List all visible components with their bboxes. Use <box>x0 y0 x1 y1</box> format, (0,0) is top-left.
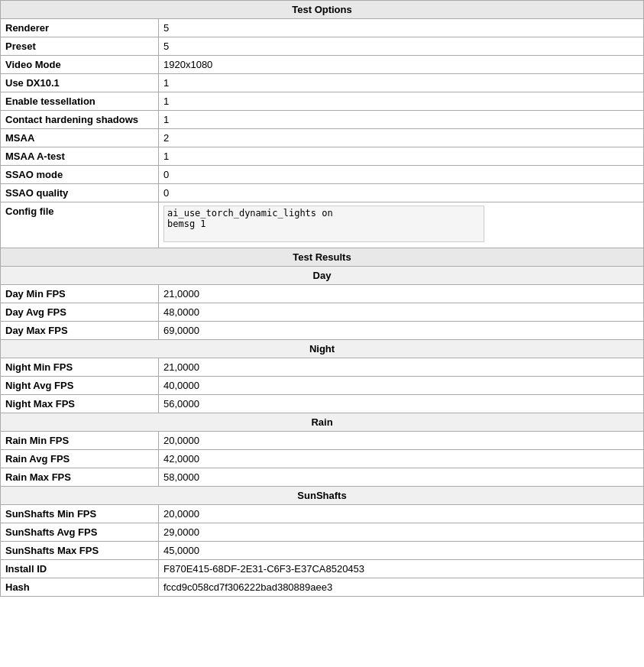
table-row: Use DX10.1 1 <box>1 74 644 92</box>
night-avg-label: Night Avg FPS <box>1 377 159 395</box>
test-options-header: Test Options <box>1 1 644 19</box>
table-row: Renderer 5 <box>1 19 644 37</box>
rain-avg-label: Rain Avg FPS <box>1 450 159 468</box>
hash-label: Hash <box>1 578 159 597</box>
table-row: Preset 5 <box>1 37 644 56</box>
day-min-value: 21,0000 <box>159 285 644 303</box>
table-row: Night Max FPS 56,0000 <box>1 395 644 413</box>
contact-shadows-value: 1 <box>159 111 644 129</box>
table-row: Enable tessellation 1 <box>1 92 644 111</box>
test-results-header: Test Results <box>1 248 644 267</box>
sunshafts-avg-value: 29,0000 <box>159 523 644 542</box>
sunshafts-header: SunShafts <box>1 487 644 505</box>
table-row: Day Min FPS 21,0000 <box>1 285 644 303</box>
table-row: SunShafts Avg FPS 29,0000 <box>1 523 644 542</box>
table-row: Rain Max FPS 58,0000 <box>1 468 644 487</box>
day-max-label: Day Max FPS <box>1 322 159 340</box>
ssao-mode-label: SSAO mode <box>1 166 159 184</box>
sunshafts-max-label: SunShafts Max FPS <box>1 542 159 560</box>
video-mode-value: 1920x1080 <box>159 56 644 74</box>
table-row: SunShafts Min FPS 20,0000 <box>1 505 644 523</box>
table-row: Day Avg FPS 48,0000 <box>1 303 644 322</box>
table-row: Config file <box>1 202 644 248</box>
sunshafts-avg-label: SunShafts Avg FPS <box>1 523 159 542</box>
table-row: SSAO mode 0 <box>1 166 644 184</box>
ssao-quality-label: SSAO quality <box>1 184 159 202</box>
table-row: Rain Min FPS 20,0000 <box>1 432 644 450</box>
tessellation-label: Enable tessellation <box>1 92 159 111</box>
install-id-value: F870E415-68DF-2E31-C6F3-E37CA8520453 <box>159 560 644 578</box>
night-min-value: 21,0000 <box>159 358 644 377</box>
sunshafts-min-label: SunShafts Min FPS <box>1 505 159 523</box>
config-file-value <box>159 202 644 248</box>
night-avg-value: 40,0000 <box>159 377 644 395</box>
table-row: Hash fccd9c058cd7f306222bad380889aee3 <box>1 578 644 597</box>
msaa-label: MSAA <box>1 129 159 147</box>
msaa-atest-value: 1 <box>159 147 644 166</box>
table-row: SunShafts Max FPS 45,0000 <box>1 542 644 560</box>
day-header: Day <box>1 267 644 285</box>
night-header: Night <box>1 340 644 358</box>
sunshafts-max-value: 45,0000 <box>159 542 644 560</box>
table-row: SSAO quality 0 <box>1 184 644 202</box>
rain-max-label: Rain Max FPS <box>1 468 159 487</box>
day-max-value: 69,0000 <box>159 322 644 340</box>
preset-label: Preset <box>1 37 159 56</box>
use-dx10-label: Use DX10.1 <box>1 74 159 92</box>
table-row: MSAA 2 <box>1 129 644 147</box>
install-id-label: Install ID <box>1 560 159 578</box>
rain-min-label: Rain Min FPS <box>1 432 159 450</box>
msaa-value: 2 <box>159 129 644 147</box>
rain-header: Rain <box>1 413 644 432</box>
table-row: Night Avg FPS 40,0000 <box>1 377 644 395</box>
table-row: Day Max FPS 69,0000 <box>1 322 644 340</box>
day-avg-label: Day Avg FPS <box>1 303 159 322</box>
day-min-label: Day Min FPS <box>1 285 159 303</box>
table-row: MSAA A-test 1 <box>1 147 644 166</box>
rain-avg-value: 42,0000 <box>159 450 644 468</box>
use-dx10-value: 1 <box>159 74 644 92</box>
contact-shadows-label: Contact hardening shadows <box>1 111 159 129</box>
hash-value: fccd9c058cd7f306222bad380889aee3 <box>159 578 644 597</box>
preset-value: 5 <box>159 37 644 56</box>
rain-min-value: 20,0000 <box>159 432 644 450</box>
table-row: Contact hardening shadows 1 <box>1 111 644 129</box>
config-file-label: Config file <box>1 202 159 248</box>
ssao-mode-value: 0 <box>159 166 644 184</box>
ssao-quality-value: 0 <box>159 184 644 202</box>
day-avg-value: 48,0000 <box>159 303 644 322</box>
tessellation-value: 1 <box>159 92 644 111</box>
renderer-label: Renderer <box>1 19 159 37</box>
msaa-atest-label: MSAA A-test <box>1 147 159 166</box>
night-min-label: Night Min FPS <box>1 358 159 377</box>
video-mode-label: Video Mode <box>1 56 159 74</box>
rain-max-value: 58,0000 <box>159 468 644 487</box>
table-row: Install ID F870E415-68DF-2E31-C6F3-E37CA… <box>1 560 644 578</box>
renderer-value: 5 <box>159 19 644 37</box>
night-max-label: Night Max FPS <box>1 395 159 413</box>
night-max-value: 56,0000 <box>159 395 644 413</box>
sunshafts-min-value: 20,0000 <box>159 505 644 523</box>
table-row: Rain Avg FPS 42,0000 <box>1 450 644 468</box>
main-table: Test Options Renderer 5 Preset 5 Video M… <box>0 0 644 597</box>
config-file-textarea[interactable] <box>163 206 484 242</box>
table-row: Night Min FPS 21,0000 <box>1 358 644 377</box>
table-row: Video Mode 1920x1080 <box>1 56 644 74</box>
